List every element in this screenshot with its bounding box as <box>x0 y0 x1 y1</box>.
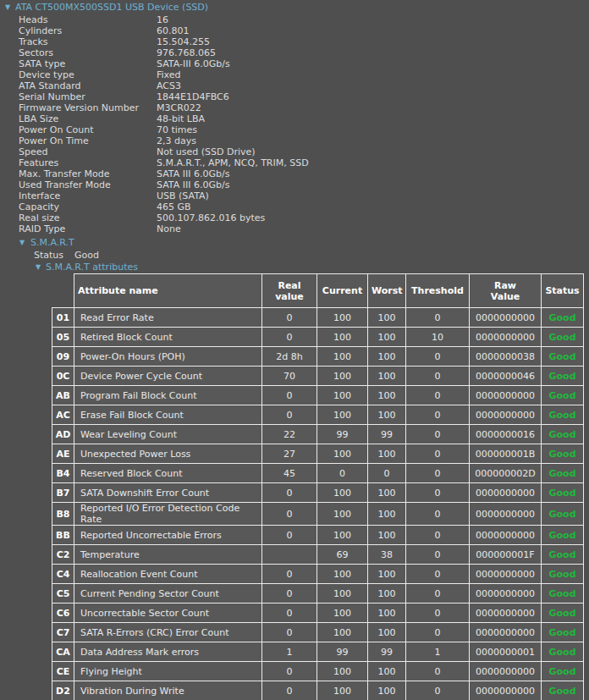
current-cell: 100 <box>317 483 368 503</box>
smart-attributes-node[interactable]: ▼S.M.A.R.T attributes <box>0 262 309 273</box>
property-row: Real size500.107.862.016 bytes <box>0 212 309 223</box>
collapse-triangle-icon[interactable]: ▼ <box>19 237 30 249</box>
property-value: 15.504.255 <box>157 36 210 47</box>
smart-status-row: StatusGood <box>0 249 309 262</box>
property-value: 465 GB <box>157 201 191 212</box>
attribute-row: C2 Temperature 69 38 0 000000001F Good <box>52 545 584 565</box>
threshold-cell: 0 <box>406 623 470 642</box>
current-cell: 100 <box>317 623 368 642</box>
property-row: Used Transfer ModeSATA III 6.0Gb/s <box>0 179 309 190</box>
device-node[interactable]: ▼ATA CT500MX500SSD1 USB Device (SSD) <box>0 2 309 14</box>
real-value-cell: 0 <box>262 526 317 545</box>
current-cell: 100 <box>317 565 368 584</box>
raw-value-cell: 0000000000 <box>470 503 542 526</box>
attribute-row: B7 SATA Downshift Error Count 0 100 100 … <box>52 483 584 503</box>
status-cell: Good <box>542 347 584 367</box>
property-value: Not used (SSD Drive) <box>157 146 256 157</box>
current-cell: 100 <box>317 662 368 681</box>
attribute-name: Flying Height <box>74 662 262 681</box>
property-row: ATA StandardACS3 <box>0 80 309 91</box>
raw-value-cell: 0000000000 <box>470 565 542 584</box>
smart-title[interactable]: S.M.A.R.T <box>30 237 74 248</box>
current-cell: 69 <box>317 545 368 565</box>
property-label: ATA Standard <box>19 80 157 91</box>
attribute-name: Retired Block Count <box>74 328 262 347</box>
attribute-name: Current Pending Sector Count <box>74 584 262 604</box>
attribute-row: B8 Reported I/O Error Detection Code Rat… <box>52 503 584 526</box>
raw-value-cell: 000000002D <box>470 464 542 483</box>
status-cell: Good <box>542 483 584 503</box>
property-label: Cylinders <box>19 25 157 36</box>
real-value-cell: 27 <box>262 444 317 464</box>
status-cell: Good <box>542 444 584 464</box>
status-cell: Good <box>542 386 584 405</box>
current-cell: 100 <box>317 328 368 347</box>
property-row: Capacity465 GB <box>0 201 309 212</box>
real-value-cell: 0 <box>262 681 317 700</box>
property-value: None <box>157 223 181 234</box>
collapse-triangle-icon[interactable]: ▼ <box>36 262 46 273</box>
status-cell: Good <box>542 464 584 483</box>
property-label: Features <box>19 157 157 168</box>
attribute-id: 09 <box>52 347 74 367</box>
collapse-triangle-icon[interactable]: ▼ <box>5 2 15 14</box>
attribute-name: Data Address Mark errors <box>74 642 262 662</box>
threshold-cell: 0 <box>406 565 470 584</box>
current-header: Current <box>317 274 368 308</box>
attribute-name: SATA R-Errors (CRC) Error Count <box>74 623 262 642</box>
attribute-name: Wear Leveling Count <box>74 425 262 444</box>
attribute-row: C6 Uncorrectable Sector Count 0 100 100 … <box>52 604 584 623</box>
attribute-id: 0C <box>52 367 74 386</box>
threshold-cell: 1 <box>406 642 470 662</box>
status-cell: Good <box>542 681 584 700</box>
attribute-row: AC Erase Fail Block Count 0 100 100 0 00… <box>52 405 584 425</box>
property-row: RAID TypeNone <box>0 223 309 234</box>
attribute-name: SATA Downshift Error Count <box>74 483 262 503</box>
current-cell: 99 <box>317 642 368 662</box>
worst-cell: 100 <box>368 386 406 405</box>
raw-value-header: Raw Value <box>470 274 542 308</box>
smart-attributes-title[interactable]: S.M.A.R.T attributes <box>46 262 138 273</box>
raw-value-cell: 0000000000 <box>470 604 542 623</box>
threshold-header: Threshold <box>406 274 470 308</box>
property-label: Heads <box>19 14 157 25</box>
attribute-name: Vibration During Write <box>74 681 262 700</box>
threshold-cell: 0 <box>406 308 470 328</box>
attribute-row: 05 Retired Block Count 0 100 100 10 0000… <box>52 328 584 347</box>
device-title[interactable]: ATA CT500MX500SSD1 USB Device (SSD) <box>15 2 208 13</box>
attribute-id: B8 <box>52 503 74 526</box>
status-cell: Good <box>542 662 584 681</box>
status-header: Status <box>542 274 584 308</box>
property-label: Device type <box>19 69 157 80</box>
attribute-id: AC <box>52 405 74 425</box>
attribute-id: AE <box>52 444 74 464</box>
worst-cell: 100 <box>368 604 406 623</box>
attribute-id: C5 <box>52 584 74 604</box>
property-label: Speed <box>19 146 157 157</box>
property-label: Capacity <box>19 201 157 212</box>
worst-cell: 100 <box>368 405 406 425</box>
raw-value-cell: 0000000000 <box>470 584 542 604</box>
attribute-id: C7 <box>52 623 74 642</box>
real-value-cell: 0 <box>262 623 317 642</box>
worst-cell: 99 <box>368 425 406 444</box>
attribute-name: Reserved Block Count <box>74 464 262 483</box>
current-cell: 100 <box>317 503 368 526</box>
property-label: RAID Type <box>19 223 157 234</box>
status-cell: Good <box>542 328 584 347</box>
threshold-cell: 0 <box>406 503 470 526</box>
attribute-row: AD Wear Leveling Count 22 99 99 0 000000… <box>52 425 584 444</box>
attribute-row: CA Data Address Mark errors 1 99 99 1 00… <box>52 642 584 662</box>
real-value-cell: 0 <box>262 328 317 347</box>
attribute-id: B4 <box>52 464 74 483</box>
property-value: S.M.A.R.T., APM, NCQ, TRIM, SSD <box>157 157 309 168</box>
table-header-row: Attribute name Real value Current Worst … <box>52 274 584 308</box>
smart-node[interactable]: ▼S.M.A.R.T <box>0 237 309 249</box>
property-value: 60.801 <box>157 25 190 36</box>
raw-value-cell: 0000000000 <box>470 386 542 405</box>
attribute-name: Power-On Hours (POH) <box>74 347 262 367</box>
threshold-cell: 0 <box>406 444 470 464</box>
smart-attributes-table: Attribute name Real value Current Worst … <box>52 273 584 700</box>
attribute-name: Erase Fail Block Count <box>74 405 262 425</box>
attribute-id: BB <box>52 526 74 545</box>
